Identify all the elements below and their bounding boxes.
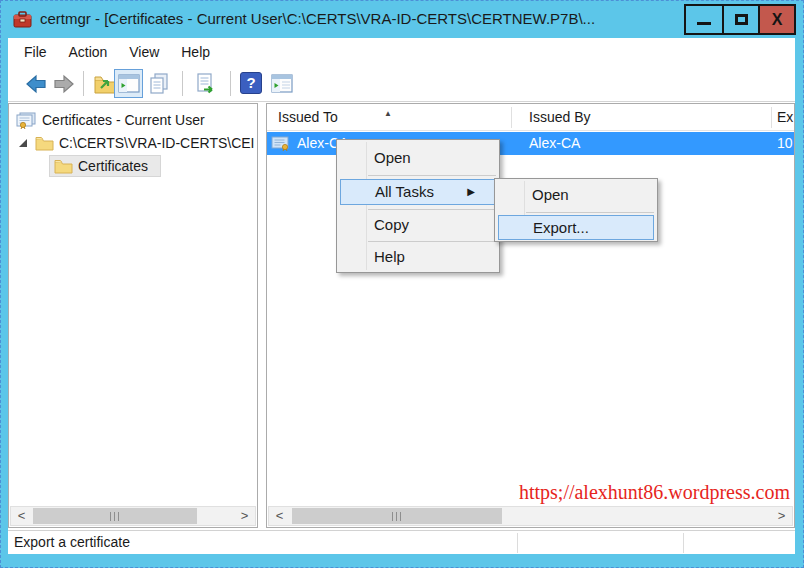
- status-text: Export a certificate: [14, 531, 130, 554]
- all-tasks-submenu: Open Export...: [494, 178, 658, 242]
- menu-bar: File Action View Help: [8, 38, 795, 66]
- tree-item-label: Certificates - Current User: [42, 109, 205, 132]
- tree-item-certificates-current-user[interactable]: Certificates - Current User: [9, 109, 257, 132]
- menu-file[interactable]: File: [15, 38, 56, 66]
- column-header-expiration[interactable]: Ex: [777, 104, 793, 130]
- window-controls: X: [684, 4, 796, 35]
- close-button[interactable]: X: [758, 6, 794, 33]
- expanded-chevron-icon[interactable]: [19, 139, 27, 147]
- list-horizontal-scrollbar[interactable]: < >: [268, 506, 793, 526]
- toolbar-separator: [230, 71, 231, 96]
- tree-item-label: C:\CERTS\VRA-ID-CERTS\CEI: [59, 132, 255, 155]
- menu-item-label: All Tasks: [375, 183, 434, 200]
- column-header-issued-to[interactable]: Issued To: [278, 104, 338, 130]
- menu-separator: [526, 212, 654, 213]
- menu-help[interactable]: Help: [172, 38, 219, 66]
- menu-separator: [368, 209, 496, 210]
- scrollbar-grip-icon: [392, 512, 403, 521]
- scroll-left-button[interactable]: <: [269, 507, 290, 525]
- minimize-button[interactable]: [686, 6, 722, 33]
- certmgr-window: certmgr - [Certificates - Current User\C…: [0, 0, 804, 568]
- console-window-icon[interactable]: [270, 72, 294, 96]
- scroll-right-button[interactable]: >: [771, 507, 792, 525]
- maximize-button[interactable]: [722, 6, 758, 33]
- cell-expiration: 10: [777, 132, 793, 155]
- tree-item-cert-store-path[interactable]: C:\CERTS\VRA-ID-CERTS\CEI: [9, 132, 257, 155]
- context-menu: Open All Tasks ▶ Copy Help: [336, 139, 500, 273]
- status-bar-divider: [517, 533, 518, 553]
- status-bar: Export a certificate: [8, 530, 795, 554]
- window-title: certmgr - [Certificates - Current User\C…: [40, 0, 670, 38]
- title-bar[interactable]: certmgr - [Certificates - Current User\C…: [0, 0, 804, 38]
- menu-separator: [368, 241, 496, 242]
- maximize-icon: [735, 14, 748, 25]
- scrollbar-thumb[interactable]: [292, 508, 502, 524]
- certificate-icon: [271, 136, 290, 151]
- context-menu-all-tasks[interactable]: All Tasks ▶: [340, 179, 496, 205]
- scrollbar-grip-icon: [110, 512, 121, 521]
- column-divider[interactable]: [771, 107, 772, 128]
- submenu-open[interactable]: Open: [498, 182, 654, 208]
- menu-action[interactable]: Action: [59, 38, 116, 66]
- menu-separator: [368, 175, 496, 176]
- scroll-left-button[interactable]: <: [11, 507, 32, 525]
- context-menu-copy[interactable]: Copy: [340, 212, 496, 238]
- minimize-icon: [697, 22, 711, 25]
- submenu-arrow-icon: ▶: [467, 180, 475, 204]
- tree-item-label: Certificates: [78, 155, 148, 178]
- menu-view[interactable]: View: [120, 38, 168, 66]
- toolbar-separator: [83, 71, 84, 96]
- context-menu-open[interactable]: Open: [340, 145, 496, 171]
- list-header: Issued To ▲ Issued By Ex: [267, 104, 794, 131]
- status-bar-divider: [683, 533, 684, 553]
- show-console-tree-icon: [117, 72, 141, 96]
- scrollbar-thumb[interactable]: [33, 508, 197, 524]
- column-divider[interactable]: [511, 107, 512, 128]
- certificates-root-icon: [16, 112, 37, 129]
- toolbar-separator: [182, 71, 183, 96]
- toolbar: ?: [8, 66, 795, 102]
- folder-icon: [35, 136, 54, 151]
- forward-icon[interactable]: [52, 72, 76, 96]
- column-header-issued-by[interactable]: Issued By: [529, 104, 590, 130]
- sort-ascending-icon: ▲: [384, 109, 392, 118]
- submenu-export[interactable]: Export...: [498, 215, 654, 240]
- back-icon[interactable]: [24, 72, 48, 96]
- console-tree-pane: Certificates - Current User C:\CERTS\VRA…: [8, 103, 258, 528]
- tree-horizontal-scrollbar[interactable]: < >: [10, 506, 256, 526]
- watermark-url: https;//alexhunt86.wordpress.com: [519, 481, 790, 504]
- folder-icon: [54, 159, 73, 174]
- copy-icon[interactable]: [148, 72, 172, 96]
- help-icon[interactable]: ?: [240, 72, 262, 94]
- context-menu-help[interactable]: Help: [340, 244, 496, 270]
- close-icon: X: [772, 11, 783, 29]
- export-list-icon[interactable]: [194, 72, 218, 96]
- show-console-tree-button[interactable]: [114, 69, 143, 98]
- scroll-right-button[interactable]: >: [234, 507, 255, 525]
- cell-issued-by: Alex-CA: [529, 132, 580, 155]
- tree-item-certificates-folder[interactable]: Certificates: [9, 155, 257, 178]
- certmgr-app-icon: [13, 10, 32, 28]
